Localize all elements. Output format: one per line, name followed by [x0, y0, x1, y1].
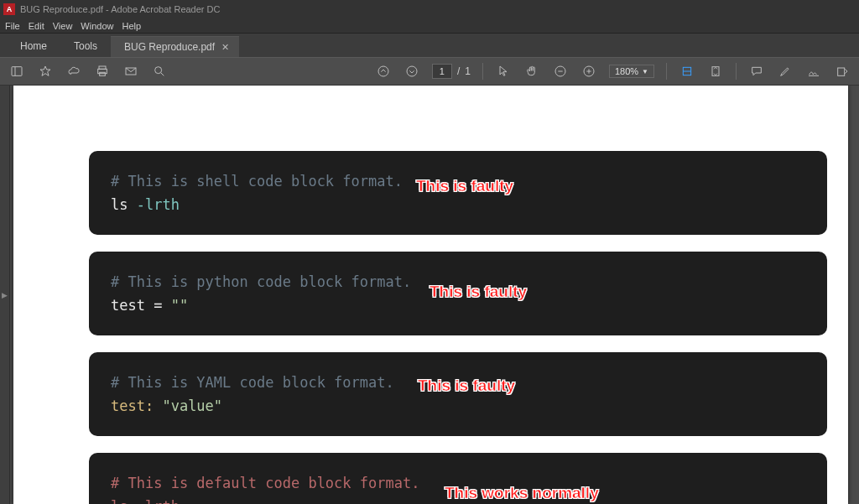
toolbar-separator [482, 63, 483, 80]
tabbar: Home Tools BUG Reproduce.pdf ✕ [0, 34, 859, 57]
code-token: "" [171, 297, 188, 314]
menu-edit[interactable]: Edit [29, 21, 44, 31]
svg-marker-11 [500, 66, 507, 75]
code-block: # This is python code block format.test … [89, 252, 827, 335]
annotation-text: This is faulty [416, 173, 513, 199]
mail-icon[interactable] [122, 63, 139, 80]
document-viewport[interactable]: # This is shell code block format.ls -lr… [10, 86, 859, 504]
sign-icon[interactable] [805, 63, 822, 80]
svg-point-10 [407, 66, 417, 76]
chevron-down-icon: ▼ [642, 68, 648, 75]
code-block: # This is default code block format.ls -… [89, 453, 827, 504]
comment-icon[interactable] [748, 63, 765, 80]
search-icon[interactable] [151, 63, 168, 80]
zoom-out-icon[interactable] [552, 63, 569, 80]
page-total: 1 [465, 65, 471, 77]
star-icon[interactable] [37, 63, 54, 80]
svg-line-8 [161, 73, 164, 75]
svg-marker-2 [40, 66, 50, 75]
page-up-icon[interactable] [375, 63, 392, 80]
zoom-value: 180% [615, 66, 638, 76]
code-block: # This is shell code block format.ls -lr… [89, 151, 827, 235]
more-tools-icon[interactable] [834, 63, 851, 80]
svg-point-7 [155, 67, 162, 74]
pdf-page: # This is shell code block format.ls -lr… [13, 86, 848, 504]
annotation-text: This is faulty [430, 278, 527, 304]
fit-width-icon[interactable] [679, 63, 695, 80]
main-area: ▶ # This is shell code block format.ls -… [0, 86, 859, 504]
toolbar-separator [736, 63, 737, 80]
menubar: File Edit View Window Help [0, 18, 859, 34]
select-arrow-icon[interactable] [495, 63, 512, 80]
tab-tools[interactable]: Tools [60, 35, 111, 57]
left-panel-collapsed[interactable]: ▶ [0, 86, 10, 504]
code-token: test = [111, 297, 171, 314]
close-tab-icon[interactable]: ✕ [221, 42, 229, 53]
code-token: test: [111, 397, 162, 414]
svg-rect-19 [712, 67, 719, 76]
fit-page-icon[interactable] [707, 63, 724, 80]
highlight-icon[interactable] [777, 63, 794, 80]
cloud-icon[interactable] [65, 63, 82, 80]
svg-point-9 [378, 66, 388, 76]
code-token: ls -lrth [111, 498, 180, 504]
zoom-dropdown[interactable]: 180% ▼ [609, 65, 654, 78]
svg-rect-0 [12, 67, 22, 76]
annotation-text: This is faulty [418, 372, 515, 398]
toolbar-separator [666, 63, 667, 80]
tab-document-label: BUG Reproduce.pdf [124, 41, 215, 53]
titlebar: A BUG Reproduce.pdf - Adobe Acrobat Read… [0, 0, 859, 18]
tab-document[interactable]: BUG Reproduce.pdf ✕ [111, 36, 239, 57]
tab-home[interactable]: Home [7, 35, 60, 57]
code-token: "value" [162, 397, 222, 414]
menu-file[interactable]: File [5, 21, 20, 31]
menu-help[interactable]: Help [122, 21, 141, 31]
menu-view[interactable]: View [53, 21, 73, 31]
page-sep: / [457, 65, 460, 77]
zoom-in-icon[interactable] [580, 63, 597, 80]
svg-rect-5 [100, 72, 106, 75]
code-token: ls [111, 196, 137, 213]
window-title: BUG Reproduce.pdf - Adobe Acrobat Reader… [20, 4, 220, 14]
code-block: # This is YAML code block format.test: "… [89, 352, 827, 436]
page-current-input[interactable] [432, 64, 452, 79]
menu-window[interactable]: Window [81, 21, 113, 31]
toolbar: / 1 180% ▼ [0, 57, 859, 86]
svg-rect-21 [838, 68, 845, 75]
app-icon: A [3, 3, 15, 15]
annotation-text: This works normally [445, 480, 599, 504]
print-icon[interactable] [94, 63, 111, 80]
hand-icon[interactable] [523, 63, 540, 80]
code-token: -lrth [137, 196, 180, 213]
page-down-icon[interactable] [403, 63, 420, 80]
sidebar-toggle-icon[interactable] [8, 63, 25, 80]
page-indicator: / 1 [432, 64, 471, 79]
